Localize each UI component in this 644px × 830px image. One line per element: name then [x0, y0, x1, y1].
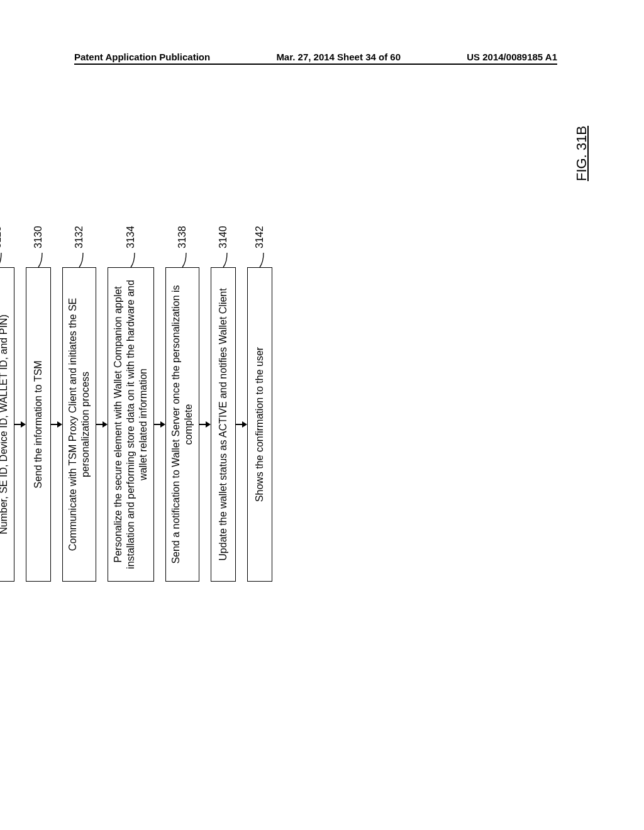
flow-step: Personalize the secure element with Wall… — [108, 267, 154, 582]
figure-number-label: FIG. 31B — [574, 126, 590, 181]
step-reference-number: 3140 — [218, 226, 229, 248]
flow-step: Send a request to TSM through ESB with U… — [0, 267, 14, 582]
flow-step-text: Send a request to TSM through ESB with U… — [0, 275, 10, 573]
flow-step-text: Communicate with TSM Proxy Client and in… — [67, 275, 92, 573]
pub-number: US 2014/0089185 A1 — [467, 52, 557, 62]
step-reference-number: 3142 — [254, 226, 265, 248]
pub-label: Patent Application Publication — [74, 52, 210, 62]
reference-leader-icon — [255, 250, 265, 268]
flow-step-box: Shows the confirmation to the user — [247, 267, 272, 582]
reference-leader-icon — [218, 250, 228, 268]
flow-step: Communicate with TSM Proxy Client and in… — [62, 267, 96, 582]
flow-step: Send the information to TSM 3130 — [26, 267, 51, 582]
step-reference-number: 3138 — [177, 226, 188, 248]
page-header: Patent Application Publication Mar. 27, … — [74, 52, 557, 65]
reference-leader-icon — [177, 250, 187, 268]
flow-step-box: Send a notification to Wallet Server onc… — [165, 267, 199, 582]
flowchart-column: X Show a message to the user that Wallet… — [0, 261, 272, 588]
reference-leader-icon — [126, 250, 136, 268]
reference-leader-icon — [0, 250, 3, 268]
flow-step: Send a notification to Wallet Server onc… — [165, 267, 199, 582]
flow-step-box: Send the information to TSM — [26, 267, 51, 582]
flow-step-box: Update the wallet status as ACTIVE and n… — [211, 267, 236, 582]
flow-step-text: Send the information to TSM — [32, 360, 45, 488]
flow-step: Update the wallet status as ACTIVE and n… — [211, 267, 236, 582]
flow-step: Shows the confirmation to the user 3142 — [247, 267, 272, 582]
flow-step-text: Update the wallet status as ACTIVE and n… — [217, 288, 230, 560]
step-reference-number: 3134 — [125, 226, 136, 248]
flowchart-rotated-wrapper: 3100 FIG. 31B X Show a message to the us… — [0, 176, 644, 673]
date-sheet: Mar. 27, 2014 Sheet 34 of 60 — [276, 52, 401, 62]
flow-step-box: Personalize the secure element with Wall… — [108, 267, 154, 582]
flow-step-box: Send a request to TSM through ESB with U… — [0, 267, 14, 582]
step-reference-number: 3132 — [74, 226, 85, 248]
step-reference-number: 3128 — [0, 226, 3, 248]
reference-leader-icon — [33, 250, 43, 268]
step-reference-number: 3130 — [33, 226, 44, 248]
reference-leader-icon — [74, 250, 84, 268]
flow-step-box: Communicate with TSM Proxy Client and in… — [62, 267, 96, 582]
flow-step-text: Personalize the secure element with Wall… — [112, 275, 150, 573]
flow-step-text: Send a notification to Wallet Server onc… — [170, 275, 195, 573]
flow-step-text: Shows the confirmation to the user — [253, 347, 266, 502]
